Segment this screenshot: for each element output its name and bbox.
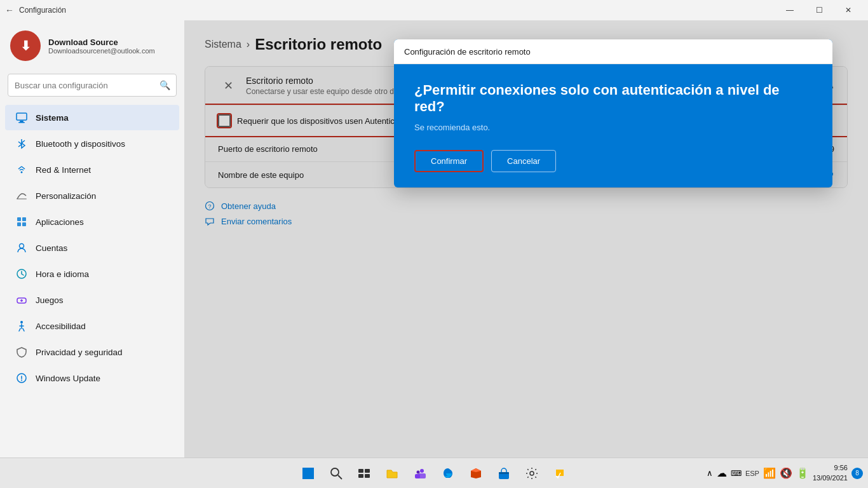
language-indicator[interactable]: ESP	[745, 470, 759, 477]
svg-point-12	[20, 321, 23, 323]
maximize-button[interactable]: ☐	[804, 0, 834, 20]
sidebar-label-sistema: Sistema	[36, 113, 69, 123]
sidebar-label-accesibilidad: Accesibilidad	[36, 322, 86, 331]
wifi-icon[interactable]: 📶	[763, 467, 776, 479]
dialog-overlay: Configuración de escritorio remoto ¿Perm…	[184, 20, 868, 458]
teams-icon[interactable]	[407, 461, 433, 486]
sidebar-label-personalizacion: Personalización	[36, 191, 96, 201]
file-explorer[interactable]	[379, 461, 405, 486]
dialog-buttons: Confirmar Cancelar	[414, 150, 812, 172]
bluetooth-icon	[15, 137, 28, 150]
personalizacion-icon	[15, 189, 28, 202]
svg-point-26	[420, 469, 424, 473]
sidebar-item-aplicaciones[interactable]: Aplicaciones	[5, 209, 179, 234]
taskbar-settings[interactable]	[519, 461, 545, 486]
svg-rect-0	[17, 113, 27, 120]
user-email: Downloadsourcenet@outlook.com	[48, 47, 155, 55]
sidebar-item-cuentas[interactable]: Cuentas	[5, 235, 179, 261]
taskbar: ∧ ☁ ⌨ ESP 📶 🔇 🔋 9:56 13/09/2021 8	[0, 458, 868, 488]
date: 13/09/2021	[813, 473, 848, 483]
sidebar-item-privacidad[interactable]: Privacidad y seguridad	[5, 339, 179, 365]
svg-rect-18	[302, 473, 308, 479]
taskbar-right: ∧ ☁ ⌨ ESP 📶 🔇 🔋 9:56 13/09/2021 8	[707, 463, 863, 483]
sidebar-label-windows-update: Windows Update	[36, 374, 100, 383]
aplicaciones-icon	[15, 215, 28, 228]
titlebar: ← Configuración — ☐ ✕	[0, 0, 868, 20]
svg-rect-16	[302, 468, 308, 473]
svg-rect-25	[365, 474, 370, 478]
minimize-button[interactable]: —	[775, 0, 804, 20]
back-button[interactable]: ←	[5, 5, 14, 15]
sidebar-item-windows-update[interactable]: Windows Update	[5, 365, 179, 391]
sidebar-label-juegos: Juegos	[36, 295, 64, 305]
svg-rect-24	[358, 474, 363, 478]
volume-icon[interactable]: 🔇	[780, 467, 792, 479]
sidebar-item-red[interactable]: Red & Internet	[5, 157, 179, 182]
confirm-button[interactable]: Confirmar	[414, 150, 484, 172]
feedback-hub-icon[interactable]	[547, 461, 573, 486]
svg-rect-23	[365, 469, 370, 473]
dialog-sub: Se recomienda esto.	[414, 123, 812, 132]
sidebar-item-personalizacion[interactable]: Personalización	[5, 183, 179, 208]
search-box: 🔍	[8, 74, 177, 97]
dialog-question: ¿Permitir conexiones solo con autenticac…	[414, 82, 812, 115]
svg-point-32	[530, 471, 534, 475]
dialog: Configuración de escritorio remoto ¿Perm…	[394, 39, 832, 187]
cancel-button[interactable]: Cancelar	[491, 150, 556, 172]
start-button[interactable]	[295, 461, 321, 486]
svg-rect-5	[17, 217, 21, 221]
sidebar: ⬇ Download Source Downloadsourcenet@outl…	[0, 20, 184, 458]
avatar: ⬇	[10, 30, 41, 61]
hora-icon	[15, 268, 28, 280]
cuentas-icon	[15, 241, 28, 254]
store-icon[interactable]	[491, 461, 517, 486]
keyboard-icon[interactable]: ⌨	[731, 469, 742, 478]
dialog-header: Configuración de escritorio remoto	[394, 39, 832, 64]
svg-rect-19	[308, 473, 314, 479]
search-input[interactable]	[8, 74, 177, 97]
close-button[interactable]: ✕	[834, 0, 863, 20]
sidebar-item-bluetooth[interactable]: Bluetooth y dispositivos	[5, 131, 179, 156]
sidebar-item-juegos[interactable]: Juegos	[5, 287, 179, 313]
juegos-icon	[15, 294, 28, 306]
svg-rect-22	[358, 469, 363, 473]
time: 9:56	[834, 463, 848, 473]
svg-line-21	[338, 475, 342, 479]
sidebar-label-hora: Hora e idioma	[36, 269, 89, 279]
taskbar-center	[295, 461, 573, 486]
titlebar-controls: — ☐ ✕	[775, 0, 863, 20]
battery-icon[interactable]: 🔋	[796, 467, 809, 479]
chevron-up-icon[interactable]: ∧	[707, 468, 713, 478]
accesibilidad-icon	[15, 320, 28, 332]
svg-rect-6	[22, 217, 26, 221]
privacidad-icon	[15, 346, 28, 358]
sidebar-label-red: Red & Internet	[36, 165, 91, 175]
titlebar-left: ← Configuración	[5, 5, 66, 15]
dialog-body: ¿Permitir conexiones solo con autenticac…	[394, 64, 832, 187]
sidebar-item-accesibilidad[interactable]: Accesibilidad	[5, 313, 179, 339]
red-icon	[15, 163, 28, 176]
office-icon[interactable]	[463, 461, 489, 486]
svg-rect-31	[499, 472, 509, 474]
user-name: Download Source	[48, 37, 155, 47]
nav-list: Sistema Bluetooth y dispositivos Red & I…	[0, 102, 184, 394]
sidebar-item-sistema[interactable]: Sistema	[5, 105, 179, 130]
user-section: ⬇ Download Source Downloadsourcenet@outl…	[0, 20, 184, 69]
sistema-icon	[15, 111, 28, 124]
titlebar-title: Configuración	[19, 6, 66, 15]
svg-point-3	[21, 172, 23, 173]
sidebar-label-privacidad: Privacidad y seguridad	[36, 348, 123, 357]
svg-rect-4	[17, 198, 27, 200]
sidebar-label-cuentas: Cuentas	[36, 243, 67, 253]
sidebar-item-hora[interactable]: Hora e idioma	[5, 261, 179, 287]
app-container: ⬇ Download Source Downloadsourcenet@outl…	[0, 20, 868, 458]
taskbar-search[interactable]	[323, 461, 349, 486]
notification-badge[interactable]: 8	[851, 468, 863, 479]
edge-icon[interactable]	[435, 461, 461, 486]
task-view[interactable]	[351, 461, 377, 486]
main-content: Sistema › Escritorio remoto ✕ Escritorio…	[184, 20, 868, 458]
clock[interactable]: 9:56 13/09/2021	[813, 463, 848, 483]
svg-rect-17	[308, 468, 314, 473]
svg-rect-1	[20, 121, 24, 122]
cloud-icon[interactable]: ☁	[717, 467, 727, 479]
